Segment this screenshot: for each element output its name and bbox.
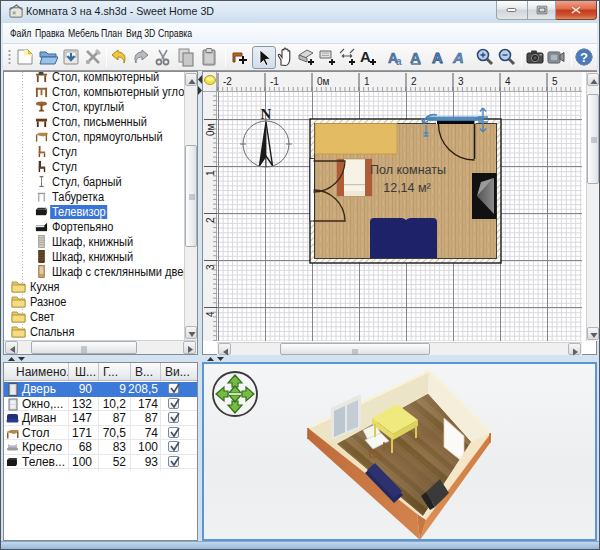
svg-text:A: A <box>360 48 371 65</box>
svg-text:Пол комнаты: Пол комнаты <box>370 163 446 177</box>
svg-text:2: 2 <box>205 217 216 223</box>
svg-text:2: 2 <box>411 76 417 87</box>
svg-text:3: 3 <box>205 264 216 270</box>
svg-text:A: A <box>432 49 443 66</box>
svg-text:N: N <box>261 106 272 122</box>
svg-text:4: 4 <box>205 311 216 317</box>
svg-text:-2: -2 <box>223 76 232 87</box>
svg-text:0м: 0м <box>205 123 216 136</box>
svg-text:1: 1 <box>205 170 216 176</box>
svg-text:-1: -1 <box>270 76 279 87</box>
svg-text:1: 1 <box>364 76 370 87</box>
svg-text:3: 3 <box>458 76 464 87</box>
svg-text:12,14 м²: 12,14 м² <box>383 181 431 195</box>
svg-text:5: 5 <box>552 76 558 87</box>
svg-text:a: a <box>396 56 402 67</box>
svg-text:A: A <box>452 49 464 66</box>
svg-text:?: ? <box>580 50 588 65</box>
svg-text:0м: 0м <box>317 76 330 87</box>
svg-text:4: 4 <box>505 76 511 87</box>
